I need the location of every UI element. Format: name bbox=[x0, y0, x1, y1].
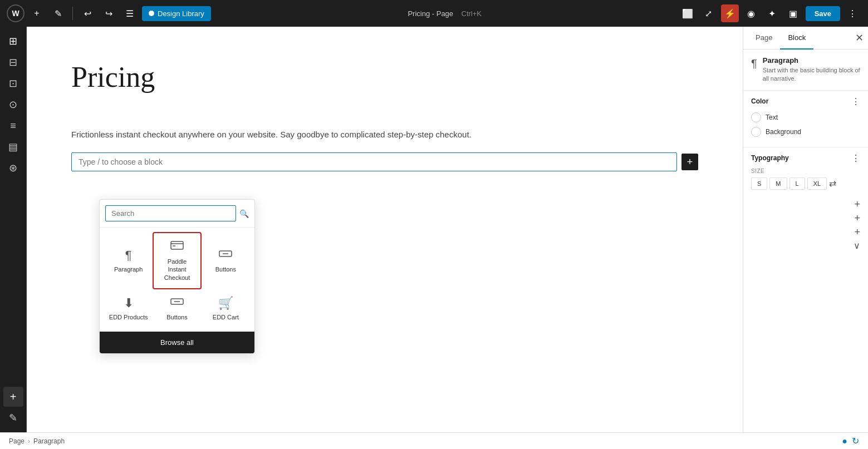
sidebar-item-forms[interactable]: ▤ bbox=[3, 137, 23, 157]
buttons-block-item-1[interactable]: Buttons bbox=[202, 232, 250, 289]
text-color-option[interactable]: Text bbox=[751, 112, 860, 122]
sidebar-item-dashboard[interactable]: ⊞ bbox=[3, 31, 23, 51]
typography-title: Typography bbox=[751, 154, 789, 162]
buttons-block-item-2[interactable]: Buttons bbox=[153, 289, 201, 327]
size-m-button[interactable]: M bbox=[769, 177, 787, 190]
color-section-header: Color ⋮ bbox=[751, 96, 860, 107]
right-panel: Page Block ✕ ¶ Paragraph Start with the … bbox=[743, 27, 868, 432]
breadcrumb-page[interactable]: Page bbox=[9, 437, 24, 445]
undo-button[interactable]: ↩ bbox=[79, 4, 96, 22]
paddle-checkout-block-item[interactable]: Paddle Instant Checkout bbox=[153, 232, 201, 289]
edd-cart-label: EDD Cart bbox=[213, 314, 239, 320]
panel-expand-button[interactable]: ∨ bbox=[854, 240, 860, 251]
background-color-label: Background bbox=[766, 128, 801, 136]
bottom-bar-right: ● ↻ bbox=[842, 436, 859, 446]
browse-all-button[interactable]: Browse all bbox=[100, 332, 254, 353]
wp-logo-icon[interactable]: W bbox=[7, 4, 24, 22]
canvas-area: Pricing Frictionless instant checkout an… bbox=[27, 27, 743, 432]
size-l-button[interactable]: L bbox=[789, 177, 805, 190]
panel-action-row-4: ∨ bbox=[751, 240, 860, 251]
page-title-center: Pricing - Page Ctrl+K bbox=[214, 9, 675, 18]
panel-plus-button-3[interactable]: + bbox=[854, 226, 860, 238]
sidebar-item-search[interactable]: ⊛ bbox=[3, 158, 23, 178]
save-button[interactable]: Save bbox=[806, 6, 840, 21]
design-library-dot bbox=[149, 11, 154, 16]
left-sidebar: ⊞ ⊟ ⊡ ⊙ ≡ ▤ ⊛ + ✎ bbox=[0, 27, 27, 432]
panel-right-actions: + + + ∨ bbox=[743, 195, 868, 254]
text-color-label: Text bbox=[766, 114, 778, 121]
color-section: Color ⋮ Text Background bbox=[743, 91, 868, 147]
paragraph-label: Paragraph bbox=[114, 266, 143, 273]
magic-icon[interactable]: ✦ bbox=[763, 4, 781, 22]
paddle-checkout-icon bbox=[170, 240, 184, 254]
edd-products-label: EDD Products bbox=[109, 314, 148, 320]
redo-button[interactable]: ↪ bbox=[100, 4, 117, 22]
shortcut-hint: Ctrl+K bbox=[462, 9, 482, 18]
bolt-icon[interactable]: ⚡ bbox=[721, 4, 739, 22]
panel-block-desc: Start with the basic building block of a… bbox=[763, 66, 860, 83]
refresh-icon[interactable]: ↻ bbox=[852, 436, 859, 446]
size-xl-button[interactable]: XL bbox=[807, 177, 827, 190]
monitor-icon[interactable]: ⬜ bbox=[679, 4, 697, 22]
color-section-title: Color bbox=[751, 97, 768, 105]
size-buttons: S M L XL bbox=[751, 177, 827, 190]
device-toggle-icon[interactable]: ▣ bbox=[784, 4, 802, 22]
background-color-swatch[interactable] bbox=[751, 127, 761, 137]
sidebar-item-list[interactable]: ≡ bbox=[3, 116, 23, 136]
edd-products-icon: ⬇ bbox=[124, 296, 134, 310]
page-title: Pricing - Page bbox=[408, 9, 453, 18]
size-s-button[interactable]: S bbox=[751, 177, 767, 190]
paddle-checkout-label: Paddle Instant Checkout bbox=[158, 258, 195, 282]
block-input[interactable] bbox=[71, 152, 677, 171]
block-picker-search-bar: 🔍 bbox=[100, 200, 254, 228]
size-adjust-icon[interactable]: ⇄ bbox=[829, 178, 836, 189]
external-link-icon[interactable]: ⤢ bbox=[700, 4, 718, 22]
more-options-icon[interactable]: ⋮ bbox=[844, 4, 861, 22]
block-search-input[interactable] bbox=[105, 205, 236, 221]
user-icon[interactable]: ◉ bbox=[742, 4, 760, 22]
typography-menu-button[interactable]: ⋮ bbox=[851, 153, 860, 164]
list-view-button[interactable]: ☰ bbox=[121, 4, 139, 22]
sidebar-item-media[interactable]: ⊡ bbox=[3, 73, 23, 93]
sidebar-bottom: + ✎ bbox=[3, 387, 23, 428]
sidebar-edit-icon[interactable]: ✎ bbox=[3, 408, 23, 428]
buttons-label-1: Buttons bbox=[215, 266, 236, 273]
color-section-menu-button[interactable]: ⋮ bbox=[851, 96, 860, 107]
block-add-button[interactable]: + bbox=[681, 154, 698, 170]
add-block-button[interactable]: + bbox=[28, 4, 46, 22]
typography-section: Typography ⋮ SIZE S M L XL ⇄ bbox=[743, 147, 868, 195]
page-subtitle: Frictionless instant checkout anywhere o… bbox=[71, 128, 698, 141]
panel-paragraph-icon: ¶ bbox=[751, 57, 757, 70]
page-heading: Pricing bbox=[71, 60, 698, 95]
bottom-bar: Page › Paragraph ● ↻ bbox=[0, 432, 868, 449]
edit-mode-button[interactable]: ✎ bbox=[49, 4, 67, 22]
toolbar-right: ⬜ ⤢ ⚡ ◉ ✦ ▣ Save ⋮ bbox=[679, 4, 861, 22]
svg-rect-0 bbox=[171, 241, 183, 249]
tab-block[interactable]: Block bbox=[780, 27, 813, 50]
panel-close-button[interactable]: ✕ bbox=[855, 32, 864, 44]
panel-tabs: Page Block ✕ bbox=[743, 27, 868, 50]
sidebar-item-layout[interactable]: ⊟ bbox=[3, 52, 23, 72]
text-color-swatch[interactable] bbox=[751, 112, 761, 122]
toolbar-separator-1 bbox=[72, 7, 73, 20]
edd-products-block-item[interactable]: ⬇ EDD Products bbox=[104, 289, 153, 327]
panel-plus-button-1[interactable]: + bbox=[854, 199, 860, 210]
panel-plus-button-2[interactable]: + bbox=[854, 213, 860, 224]
paragraph-block-item[interactable]: ¶ Paragraph bbox=[104, 232, 153, 289]
sidebar-item-location[interactable]: ⊙ bbox=[3, 95, 23, 115]
greet-icon: ● bbox=[842, 436, 847, 446]
block-input-row: + bbox=[71, 152, 698, 171]
panel-action-row-1: + bbox=[751, 199, 860, 210]
buttons-label-2: Buttons bbox=[166, 314, 187, 320]
buttons-icon-1 bbox=[219, 248, 232, 263]
tab-page[interactable]: Page bbox=[748, 27, 780, 50]
design-library-button[interactable]: Design Library bbox=[142, 6, 211, 21]
panel-block-info: ¶ Paragraph Start with the basic buildin… bbox=[743, 50, 868, 91]
edd-cart-block-item[interactable]: 🛒 EDD Cart bbox=[202, 289, 250, 327]
sidebar-add-button[interactable]: + bbox=[3, 387, 23, 407]
edd-cart-icon: 🛒 bbox=[218, 296, 233, 310]
paragraph-icon: ¶ bbox=[125, 248, 132, 263]
panel-block-details: Paragraph Start with the basic building … bbox=[763, 56, 860, 83]
background-color-option[interactable]: Background bbox=[751, 127, 860, 137]
panel-block-name: Paragraph bbox=[763, 56, 860, 65]
